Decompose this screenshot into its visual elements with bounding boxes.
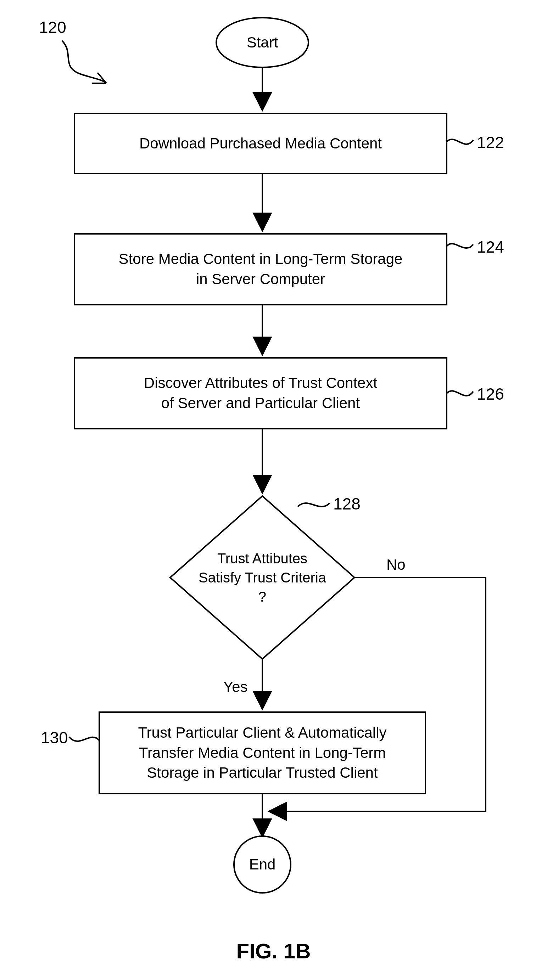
ref-124: 124	[477, 237, 504, 256]
edge-label-no: No	[386, 556, 405, 573]
process-126-label: Discover Attributes of Trust Context of …	[75, 358, 447, 429]
ref-leader-126	[447, 391, 473, 396]
ref-leader-124	[447, 244, 473, 248]
decision-128-label: Trust Attibutes Satisfy Trust Criteria ?	[184, 542, 340, 613]
process-122-label: Download Purchased Media Content	[75, 113, 447, 173]
ref-130: 130	[41, 728, 68, 747]
ref-leader-128	[298, 503, 330, 507]
ref-120: 120	[39, 18, 66, 37]
ref-122: 122	[477, 133, 504, 152]
ref-leader-120	[62, 41, 106, 83]
ref-leader-122	[447, 139, 473, 144]
ref-126: 126	[477, 384, 504, 404]
figure-title: FIG. 1B	[0, 939, 547, 963]
process-130-label: Trust Particular Client & Automatically …	[99, 712, 426, 794]
ref-128: 128	[333, 494, 360, 513]
edge-label-yes: Yes	[223, 678, 248, 695]
ref-leader-130	[69, 737, 99, 741]
end-label: End	[234, 852, 291, 877]
process-124-label: Store Media Content in Long-Term Storage…	[75, 234, 447, 305]
start-label: Start	[216, 30, 308, 55]
